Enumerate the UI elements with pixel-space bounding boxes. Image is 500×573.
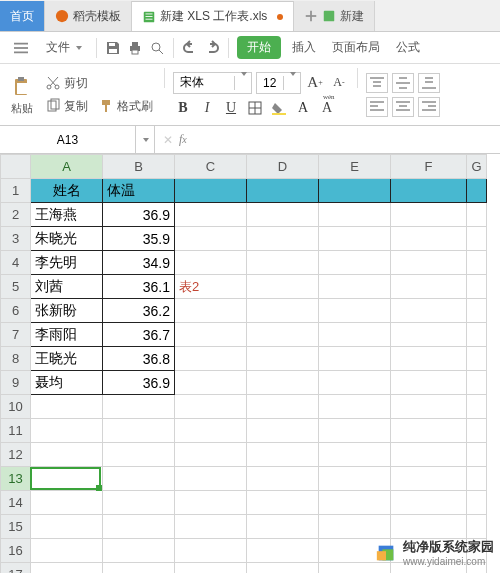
- row-header[interactable]: 14: [1, 491, 31, 515]
- table-row[interactable]: 5刘茜36.1表2: [1, 275, 487, 299]
- table-row[interactable]: 9聂均36.9: [1, 371, 487, 395]
- worksheet-area: A B C D E F G 1姓名体温2王海燕36.93朱晓光35.94李先明3…: [0, 154, 500, 573]
- table-row[interactable]: 6张新盼36.2: [1, 299, 487, 323]
- row-header[interactable]: 8: [1, 347, 31, 371]
- row-header[interactable]: 1: [1, 179, 31, 203]
- formula-tab[interactable]: 公式: [391, 37, 425, 58]
- tab-current-file[interactable]: 新建 XLS 工作表.xls: [132, 1, 294, 31]
- select-all-corner[interactable]: [1, 155, 31, 179]
- table-row[interactable]: 13: [1, 467, 487, 491]
- tab-template[interactable]: 稻壳模板: [45, 1, 132, 31]
- svg-rect-25: [105, 105, 107, 112]
- paste-button[interactable]: 粘贴: [8, 68, 36, 124]
- document-tabs: 首页 稻壳模板 新建 XLS 工作表.xls 新建: [0, 0, 500, 32]
- svg-rect-27: [272, 113, 286, 115]
- insert-tab[interactable]: 插入: [287, 37, 321, 58]
- underline-button[interactable]: U: [221, 98, 241, 118]
- table-row[interactable]: 4李先明34.9: [1, 251, 487, 275]
- col-header-f[interactable]: F: [391, 155, 467, 179]
- border-button[interactable]: [245, 98, 265, 118]
- name-box-input[interactable]: [0, 126, 135, 153]
- italic-button[interactable]: I: [197, 98, 217, 118]
- app-menu-icon[interactable]: [8, 39, 34, 57]
- decrease-font-button[interactable]: A-: [329, 73, 349, 93]
- row-header[interactable]: 10: [1, 395, 31, 419]
- spreadsheet-grid[interactable]: A B C D E F G 1姓名体温2王海燕36.93朱晓光35.94李先明3…: [0, 154, 487, 573]
- fx-icon[interactable]: fx: [179, 132, 187, 147]
- start-tab[interactable]: 开始: [237, 36, 281, 59]
- align-bottom-button[interactable]: [418, 73, 440, 93]
- col-header-e[interactable]: E: [319, 155, 391, 179]
- table-row[interactable]: 8王晓光36.8: [1, 347, 487, 371]
- row-header[interactable]: 3: [1, 227, 31, 251]
- table-row[interactable]: 11: [1, 419, 487, 443]
- row-header[interactable]: 6: [1, 299, 31, 323]
- print-icon[interactable]: [127, 40, 143, 56]
- row-header[interactable]: 2: [1, 203, 31, 227]
- tab-home[interactable]: 首页: [0, 1, 45, 31]
- row-header[interactable]: 5: [1, 275, 31, 299]
- font-color-button[interactable]: A: [293, 98, 313, 118]
- row-header[interactable]: 13: [1, 467, 31, 491]
- format-painter-button[interactable]: 格式刷: [95, 97, 156, 116]
- row-header[interactable]: 7: [1, 323, 31, 347]
- bold-button[interactable]: B: [173, 98, 193, 118]
- table-row[interactable]: 3朱晓光35.9: [1, 227, 487, 251]
- svg-rect-19: [17, 83, 27, 94]
- save-icon[interactable]: [105, 40, 121, 56]
- row-header[interactable]: 16: [1, 539, 31, 563]
- align-right-button[interactable]: [418, 97, 440, 117]
- tab-new[interactable]: 新建: [294, 1, 375, 31]
- file-menu[interactable]: 文件: [40, 37, 88, 58]
- brand-logo-icon: [375, 542, 397, 564]
- name-box-dropdown[interactable]: [135, 126, 154, 153]
- col-header-g[interactable]: G: [467, 155, 487, 179]
- col-header-d[interactable]: D: [247, 155, 319, 179]
- svg-rect-15: [132, 50, 138, 54]
- cut-button[interactable]: 剪切: [42, 74, 156, 93]
- table-row[interactable]: 14: [1, 491, 487, 515]
- name-box[interactable]: [0, 126, 155, 153]
- copy-button[interactable]: 复制: [42, 97, 91, 116]
- undo-icon[interactable]: [182, 40, 198, 56]
- phonetic-button[interactable]: Awén: [317, 98, 337, 118]
- row-header[interactable]: 4: [1, 251, 31, 275]
- increase-font-button[interactable]: A+: [305, 73, 325, 93]
- chevron-down-icon: [143, 138, 149, 142]
- svg-rect-4: [146, 18, 153, 19]
- col-header-b[interactable]: B: [103, 155, 175, 179]
- redo-icon[interactable]: [204, 40, 220, 56]
- align-center-button[interactable]: [392, 97, 414, 117]
- align-middle-button[interactable]: [392, 73, 414, 93]
- fill-color-button[interactable]: [269, 98, 289, 118]
- template-icon: [55, 9, 69, 23]
- table-row[interactable]: 10: [1, 395, 487, 419]
- plus-icon: [304, 9, 318, 23]
- print-preview-icon[interactable]: [149, 40, 165, 56]
- font-family-select[interactable]: 宋体: [173, 72, 252, 94]
- table-row[interactable]: 12: [1, 443, 487, 467]
- svg-rect-7: [324, 11, 335, 22]
- table-row[interactable]: 7李雨阳36.7: [1, 323, 487, 347]
- layout-tab[interactable]: 页面布局: [327, 37, 385, 58]
- table-row[interactable]: 2王海燕36.9: [1, 203, 487, 227]
- align-left-button[interactable]: [366, 97, 388, 117]
- watermark: 纯净版系统家园 www.yidaimei.com: [375, 538, 494, 567]
- svg-point-16: [152, 43, 160, 51]
- row-header[interactable]: 11: [1, 419, 31, 443]
- svg-rect-3: [146, 16, 153, 17]
- table-row[interactable]: 1姓名体温: [1, 179, 487, 203]
- col-header-c[interactable]: C: [175, 155, 247, 179]
- row-header[interactable]: 17: [1, 563, 31, 574]
- align-top-button[interactable]: [366, 73, 388, 93]
- scissors-icon: [45, 75, 61, 91]
- row-header[interactable]: 12: [1, 443, 31, 467]
- table-row[interactable]: 15: [1, 515, 487, 539]
- formula-input[interactable]: [195, 126, 500, 153]
- row-header[interactable]: 15: [1, 515, 31, 539]
- font-size-select[interactable]: 12: [256, 72, 301, 94]
- row-header[interactable]: 9: [1, 371, 31, 395]
- svg-rect-24: [102, 100, 110, 105]
- cancel-icon[interactable]: ✕: [163, 133, 173, 147]
- col-header-a[interactable]: A: [31, 155, 103, 179]
